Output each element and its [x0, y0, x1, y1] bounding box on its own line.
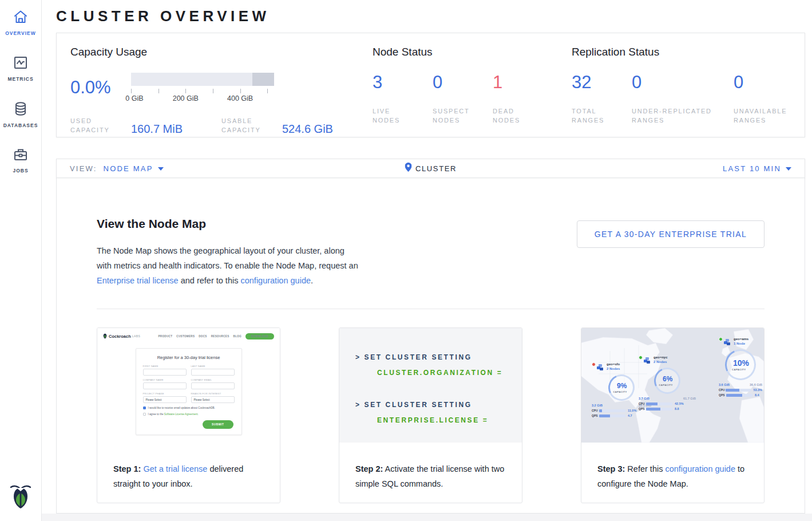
gauge-tick-label: 200 GiB: [173, 94, 199, 102]
content-area: CLUSTER OVERVIEW Capacity Usage 0.0% 0 G…: [42, 0, 812, 514]
get-trial-license-link[interactable]: Get a trial license: [143, 464, 207, 473]
node-status-dot: [639, 356, 643, 360]
replication-status-title: Replication Status: [572, 46, 805, 58]
live-nodes-stat: 3 LIVENODES: [373, 72, 433, 125]
sidebar-item-label: METRICS: [0, 76, 42, 82]
cockroach-labs-mini-logo: Cockroach LABS: [103, 333, 140, 339]
database-icon: [13, 109, 29, 119]
cockroachdb-logo: [9, 483, 33, 512]
capacity-usage-section: Capacity Usage 0.0% 0 GiB 200 GiB 400 Gi…: [70, 46, 373, 137]
gauge-tick-label: 0 GiB: [125, 94, 143, 102]
gauge-usable-segment: [131, 73, 252, 86]
node-status-dot: [719, 337, 723, 341]
view-selector-dropdown[interactable]: VIEW: NODE MAP: [70, 164, 164, 173]
step3-caption: Step 3: Refer this configuration guide t…: [581, 461, 764, 491]
replication-status-section: Replication Status 32 TOTALRANGES 0 UNDE…: [572, 46, 805, 137]
node-cubes-icon: [644, 357, 651, 364]
node-cubes-icon: [724, 339, 731, 346]
sidebar-item-databases[interactable]: DATABASES: [0, 92, 42, 137]
mini-download-button: DOWNLOAD: [245, 333, 274, 340]
sidebar-item-label: DATABASES: [0, 123, 42, 128]
dead-nodes-stat: 1 DEADNODES: [493, 72, 553, 125]
sidebar-item-metrics[interactable]: METRICS: [0, 46, 42, 92]
configuration-guide-link-2[interactable]: configuration guide: [665, 464, 735, 473]
suspect-nodes-stat: 0 SUSPECTNODES: [433, 72, 493, 125]
metrics-chart-icon: [13, 62, 29, 72]
usable-capacity-value: 524.6 GiB: [282, 123, 333, 136]
step2-caption: Step 2: Activate the trial license with …: [339, 461, 522, 491]
node-map-heading: View the Node Map: [97, 216, 361, 232]
briefcase-icon: [13, 154, 29, 164]
usable-capacity-label: USABLE CAPACITY: [221, 116, 272, 135]
configuration-guide-link[interactable]: configuration guide: [240, 276, 311, 285]
get-enterprise-trial-button[interactable]: GET A 30-DAY ENTERPRISE TRIAL: [577, 220, 765, 248]
cluster-summary-panel: Capacity Usage 0.0% 0 GiB 200 GiB 400 Gi…: [56, 33, 805, 137]
step1-card: Cockroach LABS PRODUCT CUSTOMERS DOCS RE…: [97, 327, 280, 503]
capacity-usage-title: Capacity Usage: [70, 46, 373, 58]
sidebar: OVERVIEW METRICS DATABASES JOBS: [0, 0, 42, 521]
cluster-label: CLUSTER: [415, 164, 457, 173]
used-capacity-value: 160.7 MiB: [131, 123, 195, 136]
unavailable-ranges-stat: 0 UNAVAILABLERANGES: [734, 72, 787, 125]
node-map-panel: View the Node Map The Node Map shows the…: [56, 177, 805, 514]
view-label: VIEW:: [70, 164, 97, 173]
mini-submit-button: SUBMIT: [203, 420, 233, 429]
capacity-gauge: 0 GiB 200 GiB 400 GiB: [131, 73, 274, 108]
node-status-section: Node Status 3 LIVENODES 0 SUSPECTNODES 1…: [373, 46, 572, 137]
node-status-title: Node Status: [373, 46, 572, 58]
used-capacity-label: USED CAPACITY: [70, 116, 121, 135]
node-status-dot: [592, 362, 596, 366]
total-ranges-stat: 32 TOTALRANGES: [572, 72, 632, 125]
time-range-value: LAST 10 MIN: [723, 164, 781, 173]
enterprise-trial-license-link[interactable]: Enterprise trial license: [97, 276, 179, 285]
under-replicated-ranges-stat: 0 UNDER-REPLICATEDRANGES: [632, 72, 734, 125]
chevron-down-icon: [786, 167, 791, 171]
trial-license-site-thumbnail: Cockroach LABS PRODUCT CUSTOMERS DOCS RE…: [97, 328, 280, 443]
node-cubes-icon: [597, 364, 604, 371]
view-value: NODE MAP: [104, 164, 153, 173]
sql-commands-thumbnail: > SET CLUSTER SETTING CLUSTER.ORGANIZATI…: [339, 328, 522, 443]
gauge-other-segment: [252, 73, 274, 86]
app-window: OVERVIEW METRICS DATABASES JOBS: [0, 0, 812, 521]
home-icon: [13, 17, 29, 26]
step1-caption: Step 1: Get a trial license delivered st…: [97, 461, 280, 491]
capacity-used-percent: 0.0%: [70, 77, 131, 98]
mini-site-nav: PRODUCT CUSTOMERS DOCS RESOURCES BLOG DO…: [154, 333, 274, 340]
sidebar-item-label: JOBS: [0, 168, 42, 173]
step3-card: geo=sfo 2 Nodes 9%CAPACITY 3.2 GiB33.1 G…: [581, 327, 765, 503]
intro-divider: [97, 309, 765, 309]
view-bar: VIEW: NODE MAP CLUSTER LAST 10 MIN: [56, 159, 805, 178]
time-range-dropdown[interactable]: LAST 10 MIN: [723, 164, 791, 173]
sidebar-item-overview[interactable]: OVERVIEW: [0, 0, 42, 46]
cluster-breadcrumb[interactable]: CLUSTER: [405, 163, 457, 174]
map-node-ams: geo=ams 1 Node 10%CAPACITY 3.6 GiB36.6 G…: [719, 337, 762, 397]
chevron-down-icon: [158, 167, 164, 171]
map-pin-icon: [405, 163, 411, 174]
page-title: CLUSTER OVERVIEW: [56, 7, 805, 25]
node-map-description: The Node Map shows the geographical layo…: [97, 243, 361, 288]
trial-registration-form: Register for a 30-day trial license FIRS…: [136, 348, 242, 435]
step2-card: > SET CLUSTER SETTING CLUSTER.ORGANIZATI…: [339, 327, 522, 503]
node-map-thumbnail: geo=sfo 2 Nodes 9%CAPACITY 3.2 GiB33.1 G…: [581, 328, 764, 443]
sidebar-item-jobs[interactable]: JOBS: [0, 137, 42, 183]
sidebar-item-label: OVERVIEW: [0, 30, 42, 36]
gauge-tick-label: 400 GiB: [227, 94, 253, 102]
node-map-intro: View the Node Map The Node Map shows the…: [97, 216, 361, 288]
map-node-nyc: geo=nyc 2 Nodes 6%CAPACITY 3.7 GiB61.7 G…: [639, 356, 696, 411]
